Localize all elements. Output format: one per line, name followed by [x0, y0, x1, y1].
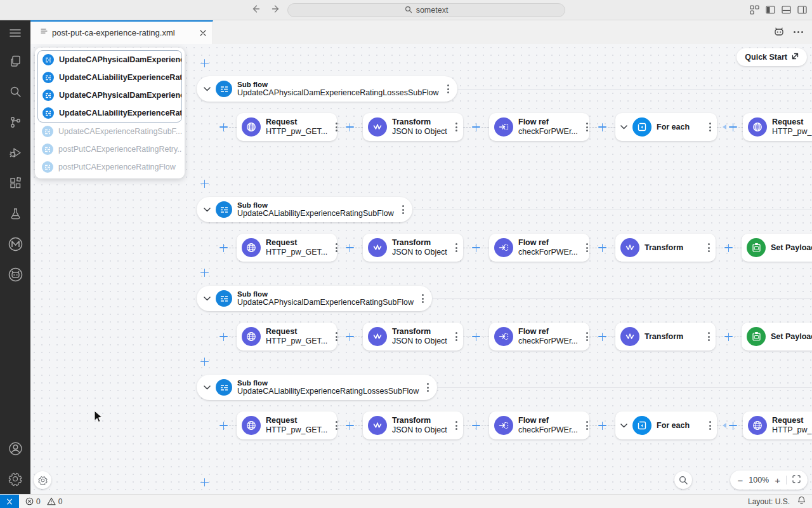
- forward-arrow-icon[interactable]: [272, 4, 282, 14]
- toggle-secondary-sidebar-icon[interactable]: [797, 5, 807, 15]
- search-view-icon[interactable]: [0, 76, 30, 107]
- add-component-button[interactable]: [346, 422, 354, 430]
- explorer-icon[interactable]: [0, 46, 30, 76]
- kebab-menu-icon[interactable]: [452, 330, 457, 344]
- add-component-button[interactable]: [472, 244, 480, 252]
- node-for-each[interactable]: For each: [615, 113, 717, 141]
- chevron-down-icon[interactable]: [204, 208, 211, 212]
- zoom-in-button[interactable]: +: [775, 476, 780, 485]
- node-transform[interactable]: TransformJSON to Object: [363, 113, 463, 141]
- kebab-menu-icon[interactable]: [399, 203, 404, 217]
- add-component-button[interactable]: [346, 123, 354, 131]
- add-component-button[interactable]: [219, 244, 228, 252]
- kebab-menu-icon[interactable]: [419, 291, 424, 305]
- notifications-bell-icon[interactable]: [797, 496, 806, 507]
- kebab-menu-icon[interactable]: [706, 120, 711, 134]
- kebab-menu-icon[interactable]: [424, 380, 429, 394]
- kebab-menu-icon[interactable]: [444, 82, 449, 96]
- mule-icon[interactable]: [0, 229, 30, 259]
- node-transform[interactable]: Transform: [615, 323, 716, 351]
- list-item[interactable]: UpdateCAPhysicalDamExperienc...: [38, 86, 181, 104]
- node-transform[interactable]: TransformJSON to Object: [363, 234, 463, 262]
- add-component-button[interactable]: [346, 333, 354, 341]
- back-arrow-icon[interactable]: [250, 4, 260, 14]
- more-actions-icon[interactable]: [794, 31, 803, 33]
- warnings-indicator[interactable]: 0: [47, 497, 63, 506]
- errors-indicator[interactable]: 0: [25, 497, 41, 506]
- add-component-button[interactable]: [472, 422, 480, 430]
- node-request[interactable]: RequestHTTP_pw_GET...: [237, 234, 337, 262]
- assistant-editor-icon[interactable]: [774, 27, 784, 38]
- add-component-button[interactable]: [598, 123, 606, 131]
- tab-close-icon[interactable]: [200, 30, 206, 36]
- add-component-button[interactable]: [724, 244, 733, 252]
- chevron-down-icon[interactable]: [204, 385, 211, 390]
- tab-post-put-ca-experience-rating[interactable]: post-put-ca-experience-rating.xml: [30, 20, 213, 44]
- run-debug-icon[interactable]: [0, 137, 30, 168]
- node-set-payload[interactable]: Set Payload: [742, 234, 812, 262]
- subflow-header[interactable]: Sub flowUpdateCALiabilityExperienceRatin…: [197, 375, 437, 400]
- chevron-down-icon[interactable]: [204, 87, 211, 91]
- node-request[interactable]: RequestHTTP_pw_GET...: [237, 411, 337, 439]
- account-icon[interactable]: [0, 433, 30, 464]
- add-component-button[interactable]: [598, 333, 606, 341]
- customize-layout-icon[interactable]: [750, 5, 759, 15]
- add-component-button[interactable]: [598, 422, 606, 430]
- add-component-button[interactable]: [200, 269, 209, 277]
- kebab-menu-icon[interactable]: [452, 418, 457, 432]
- subflow-header[interactable]: Sub flowUpdateCALiabilityExperienceRatin…: [197, 197, 412, 222]
- add-component-button[interactable]: [729, 123, 737, 131]
- command-center-search[interactable]: sometext: [287, 3, 565, 17]
- list-item[interactable]: UpdateCALiabilityExperienceRati...: [38, 104, 181, 122]
- chevron-down-icon[interactable]: [204, 297, 211, 301]
- testing-icon[interactable]: [0, 198, 30, 229]
- node-transform[interactable]: Transform: [615, 234, 716, 262]
- kebab-menu-icon[interactable]: [705, 241, 710, 255]
- node-flow-ref[interactable]: Flow refcheckForPWEr...: [489, 411, 589, 439]
- list-item-disabled[interactable]: UpdateCAExperienceRatingSubF...: [37, 123, 182, 140]
- list-item-disabled[interactable]: postPutCAExperienceRatingFlow: [37, 158, 182, 176]
- add-component-button[interactable]: [472, 123, 480, 131]
- add-component-button[interactable]: [472, 333, 480, 341]
- subflow-header[interactable]: Sub flowUpdateCAPhysicalDamExperienceRat…: [197, 286, 432, 311]
- add-component-button[interactable]: [200, 180, 209, 188]
- extensions-icon[interactable]: [0, 168, 30, 198]
- node-request[interactable]: RequestHTTP_pw_Del...: [743, 113, 812, 141]
- quick-start-button[interactable]: Quick Start: [737, 48, 807, 66]
- kebab-menu-icon[interactable]: [705, 330, 710, 344]
- canvas-search-button[interactable]: [674, 471, 692, 489]
- kebab-menu-icon[interactable]: [452, 120, 457, 134]
- add-component-button[interactable]: [200, 59, 209, 67]
- add-component-button[interactable]: [219, 422, 228, 430]
- node-flow-ref[interactable]: Flow refcheckForPWEr...: [489, 234, 589, 262]
- add-component-button[interactable]: [200, 358, 209, 366]
- add-component-button[interactable]: [729, 422, 737, 430]
- add-component-button[interactable]: [724, 333, 733, 341]
- node-flow-ref[interactable]: Flow refcheckForPWEr...: [489, 113, 589, 141]
- kebab-menu-icon[interactable]: [583, 330, 588, 344]
- settings-gear-icon[interactable]: [0, 464, 30, 494]
- node-for-each[interactable]: For each: [615, 411, 717, 439]
- list-item[interactable]: UpdateCAPhysicalDamExperienc...: [38, 51, 181, 69]
- node-request[interactable]: RequestHTTP_pw_GET...: [237, 323, 337, 351]
- keyboard-layout-label[interactable]: Layout: U.S.: [748, 497, 790, 506]
- kebab-menu-icon[interactable]: [583, 241, 588, 255]
- add-component-button[interactable]: [219, 123, 228, 131]
- chevron-down-icon[interactable]: [620, 424, 627, 428]
- node-request[interactable]: RequestHTTP_pw_Del...: [743, 411, 812, 439]
- list-item-disabled[interactable]: postPutCAExperienceRatingRetry...: [37, 140, 182, 158]
- source-control-icon[interactable]: [0, 107, 30, 137]
- remote-indicator[interactable]: [0, 495, 19, 508]
- node-request[interactable]: RequestHTTP_pw_GET...: [237, 113, 337, 141]
- list-item[interactable]: UpdateCALiabilityExperienceRati...: [38, 69, 181, 86]
- add-component-button[interactable]: [346, 244, 354, 252]
- add-component-button[interactable]: [598, 244, 606, 252]
- node-transform[interactable]: TransformJSON to Object: [363, 411, 463, 439]
- menu-hamburger-icon[interactable]: [0, 20, 30, 46]
- node-transform[interactable]: TransformJSON to Object: [363, 323, 463, 351]
- kebab-menu-icon[interactable]: [583, 418, 588, 432]
- chevron-down-icon[interactable]: [620, 125, 627, 130]
- flow-canvas[interactable]: Quick Start UpdateCAPhysicalDamExperienc…: [30, 44, 812, 494]
- node-set-payload[interactable]: Set Payload: [742, 323, 812, 351]
- zoom-out-button[interactable]: −: [737, 476, 743, 485]
